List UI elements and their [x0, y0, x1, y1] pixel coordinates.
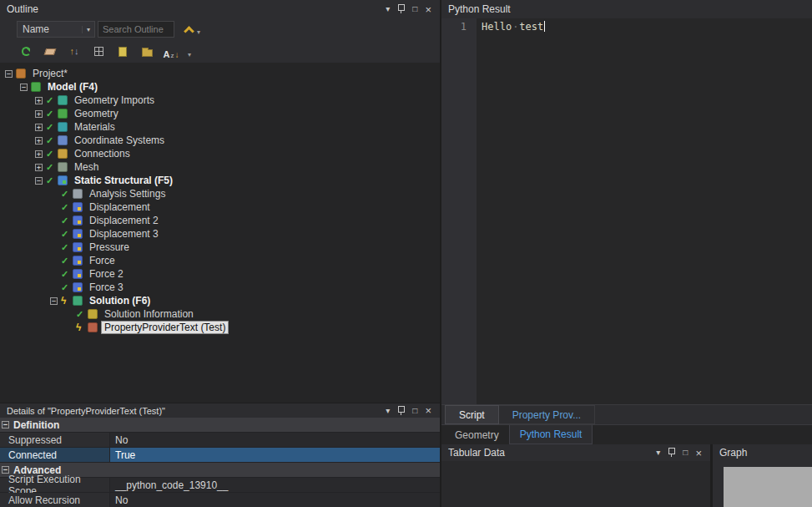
property-value-cell[interactable]: True: [110, 448, 440, 462]
tree-item[interactable]: ✓Analysis Settings: [0, 187, 440, 200]
chevron-down-icon[interactable]: ▾: [197, 28, 200, 36]
collapse-box[interactable]: −: [35, 177, 46, 185]
close-icon[interactable]: ×: [695, 448, 702, 459]
close-icon[interactable]: ×: [425, 405, 431, 416]
window-menu-icon[interactable]: ▾: [386, 407, 390, 415]
tree-item-label[interactable]: Analysis Settings: [87, 188, 168, 200]
tree-item[interactable]: +✓Geometry Imports: [0, 94, 440, 107]
check-icon: ✓: [46, 109, 58, 119]
tree-item[interactable]: ✓Solution Information: [0, 307, 440, 321]
tree-item[interactable]: −Model (F4): [0, 80, 440, 94]
tree-item-label[interactable]: PropertyProviderText (Test): [102, 322, 228, 333]
coordinate-systems-icon: [58, 135, 68, 145]
tree-item-label[interactable]: Model (F4): [45, 81, 100, 93]
tree-item-label[interactable]: Geometry: [72, 108, 121, 119]
collapse-box[interactable]: −: [5, 70, 16, 78]
tree-item[interactable]: +✓Materials: [0, 120, 440, 134]
tab-script[interactable]: Script: [445, 405, 499, 424]
tree-item-label[interactable]: Geometry Imports: [72, 94, 157, 106]
tree-item-label[interactable]: Mesh: [72, 161, 101, 173]
property-value-cell[interactable]: __python_code_13910__: [110, 478, 440, 492]
pressure-icon: [73, 242, 83, 252]
maximize-icon[interactable]: □: [683, 449, 688, 457]
code-line[interactable]: Hello·test: [477, 18, 812, 404]
letter-a-icon: A: [164, 50, 170, 59]
tree-item-label[interactable]: Project*: [30, 68, 70, 79]
collapse-box[interactable]: −: [2, 421, 9, 428]
collapse-box[interactable]: −: [50, 297, 61, 305]
close-icon[interactable]: ×: [425, 4, 431, 15]
maximize-icon[interactable]: □: [412, 5, 417, 13]
tree-item-label[interactable]: Displacement: [87, 201, 153, 213]
collapse-box[interactable]: −: [20, 84, 31, 91]
chevron-down-icon[interactable]: ▾: [82, 26, 94, 33]
tree-item-label[interactable]: Connections: [72, 148, 133, 160]
window-controls: ▾□×: [386, 405, 431, 416]
sort-filter-button[interactable]: ↑ ↓: [67, 44, 82, 59]
tree-item[interactable]: −ϟSolution (F6): [0, 294, 440, 307]
details-category-row[interactable]: −Definition: [0, 418, 440, 433]
tab-geometry[interactable]: Geometry: [445, 425, 509, 444]
tree-item-label[interactable]: Displacement 2: [87, 215, 161, 226]
tree-item-label[interactable]: Force 3: [87, 281, 126, 293]
property-value-cell[interactable]: No: [110, 493, 440, 507]
toolbar-overflow-icon[interactable]: ▾: [188, 51, 191, 58]
expand-box[interactable]: +: [35, 110, 46, 118]
tree-item[interactable]: ✓Force 2: [0, 267, 440, 281]
pin-icon[interactable]: [668, 448, 675, 458]
tree-item-label[interactable]: Force: [87, 255, 118, 266]
property-value-cell[interactable]: No: [110, 433, 440, 447]
refresh-button[interactable]: [18, 44, 33, 59]
tree-item-label[interactable]: Static Structural (F5): [72, 175, 175, 186]
check-icon: ✓: [61, 270, 73, 279]
tree-item-label[interactable]: Coordinate Systems: [72, 134, 167, 146]
tree-item-label[interactable]: Displacement 3: [87, 228, 161, 240]
solution-icon: [73, 296, 83, 306]
expand-box[interactable]: +: [35, 97, 46, 104]
sort-alphabetical-button[interactable]: A z ↓: [164, 44, 179, 59]
tree-item[interactable]: −✓Static Structural (F5): [0, 174, 440, 187]
check-icon: ✓: [46, 96, 58, 105]
tree-item[interactable]: ✓Displacement: [0, 200, 440, 214]
tab-python-result[interactable]: Python Result: [509, 425, 593, 444]
tree-item-label[interactable]: Force 2: [87, 268, 126, 280]
tree-item[interactable]: +✓Mesh: [0, 160, 440, 174]
pin-icon[interactable]: [397, 4, 405, 14]
tree-item[interactable]: ✓Force: [0, 254, 440, 267]
tree-item[interactable]: +✓Geometry: [0, 107, 440, 120]
outline-search-input[interactable]: [98, 21, 174, 38]
tab-property-prov-[interactable]: Property Prov...: [499, 405, 595, 424]
name-filter-dropdown[interactable]: Name ▾: [17, 21, 95, 38]
tree-item[interactable]: +✓Connections: [0, 147, 440, 160]
tree-item[interactable]: ✓Force 3: [0, 281, 440, 294]
tree-item[interactable]: ✓Pressure: [0, 241, 440, 254]
details-property-row[interactable]: ConnectedTrue: [0, 448, 440, 463]
maximize-icon[interactable]: □: [412, 407, 417, 415]
expand-box[interactable]: +: [35, 150, 46, 158]
tree-item[interactable]: −Project*: [0, 67, 440, 80]
tree-item[interactable]: ✓Displacement 3: [0, 227, 440, 241]
window-menu-icon[interactable]: ▾: [386, 5, 390, 13]
pin-icon[interactable]: [397, 406, 405, 416]
expand-box[interactable]: +: [35, 164, 46, 171]
tree-item[interactable]: +✓Coordinate Systems: [0, 134, 440, 147]
expand-box[interactable]: +: [35, 124, 46, 131]
details-property-row[interactable]: Script Execution Scope__python_code_1391…: [0, 478, 440, 493]
window-menu-icon[interactable]: ▾: [656, 449, 660, 457]
expand-box[interactable]: +: [35, 137, 46, 144]
details-property-row[interactable]: Allow RecursionNo: [0, 493, 440, 507]
collapse-all-icon[interactable]: [184, 26, 194, 37]
eraser-button[interactable]: [43, 44, 58, 59]
tree-item-label[interactable]: Materials: [72, 121, 118, 133]
tree-item-label[interactable]: Pressure: [87, 241, 132, 253]
tree-item[interactable]: ✓Displacement 2: [0, 214, 440, 227]
details-property-row[interactable]: SuppressedNo: [0, 433, 440, 448]
text-cursor: [544, 21, 545, 32]
worksheet-button[interactable]: [91, 44, 106, 59]
folder-button[interactable]: [139, 44, 154, 59]
tree-item-label[interactable]: Solution (F6): [87, 295, 153, 307]
code-editor[interactable]: 1 Hello·test: [441, 18, 812, 404]
tree-item-label[interactable]: Solution Information: [102, 308, 196, 320]
edit-page-button[interactable]: [115, 44, 130, 59]
tree-item[interactable]: ϟPropertyProviderText (Test): [0, 321, 440, 334]
